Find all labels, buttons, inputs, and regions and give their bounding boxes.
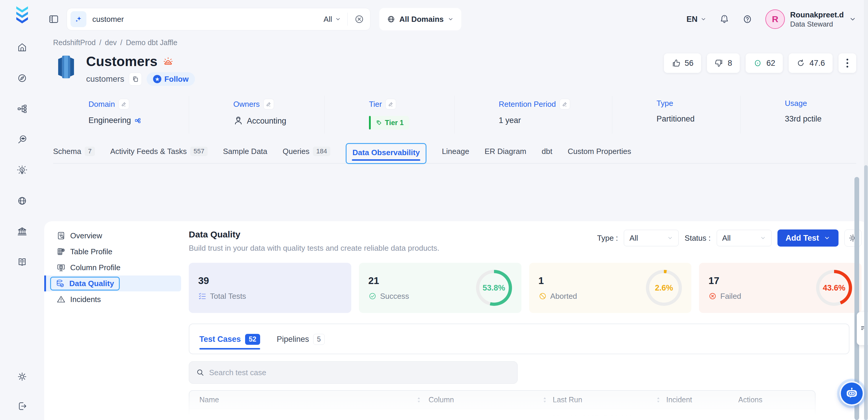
breadcrumb-schema[interactable]: dev bbox=[105, 38, 117, 47]
metadata-band: Domain Engineering Owners Accounting Tie… bbox=[44, 96, 868, 133]
tab-sample-data[interactable]: Sample Data bbox=[223, 143, 267, 163]
test-case-search-input[interactable] bbox=[209, 368, 510, 377]
refresh-icon bbox=[796, 59, 805, 67]
global-search[interactable]: All bbox=[67, 8, 370, 30]
data-quality-main: Data Quality Build trust in your data wi… bbox=[189, 221, 868, 420]
tab-pipelines[interactable]: Pipelines 5 bbox=[277, 334, 324, 354]
tab-activity-feeds[interactable]: Activity Feeds & Tasks557 bbox=[110, 143, 208, 163]
tab-queries[interactable]: Queries184 bbox=[283, 143, 330, 163]
edit-domain-icon[interactable] bbox=[119, 99, 129, 110]
page-scrollbar-thumb[interactable] bbox=[864, 165, 868, 420]
atlan-logo[interactable] bbox=[13, 6, 31, 24]
discover-compass-icon[interactable] bbox=[17, 73, 27, 83]
tab-lineage[interactable]: Lineage bbox=[442, 143, 469, 163]
subnav-column-profile[interactable]: Column Profile bbox=[44, 260, 181, 275]
ai-sparkle-icon[interactable] bbox=[70, 11, 86, 27]
meta-owners: Owners Accounting bbox=[189, 96, 324, 133]
failed-card: 17 Failed 43.6% bbox=[699, 263, 862, 313]
subnav-table-profile[interactable]: Table Profile bbox=[44, 244, 181, 260]
x-circle-icon bbox=[708, 292, 717, 300]
redshift-logo bbox=[53, 53, 80, 81]
notifications-bell-icon[interactable] bbox=[719, 14, 730, 24]
status-filter-select[interactable]: All bbox=[717, 230, 772, 246]
test-cases-count-badge: 52 bbox=[245, 334, 260, 345]
asset-subtitle: customers bbox=[86, 74, 124, 84]
content-area: RedshiftProd / dev / Demo dbt Jaffle Cus… bbox=[44, 38, 868, 164]
subnav-incidents[interactable]: Incidents bbox=[44, 291, 181, 307]
help-icon[interactable] bbox=[742, 14, 752, 24]
divider bbox=[347, 13, 348, 26]
announcement-alert-icon[interactable] bbox=[163, 56, 174, 67]
table-row: Table_freshness - - May 09, 2025, 5:38 A… bbox=[189, 409, 815, 420]
overview-doc-icon bbox=[57, 231, 65, 240]
domains-dropdown[interactable]: All Domains bbox=[379, 8, 461, 30]
pipelines-count-badge: 5 bbox=[313, 334, 325, 345]
copy-icon[interactable] bbox=[129, 72, 142, 86]
downvotes-button[interactable]: 8 bbox=[707, 53, 740, 73]
add-test-button[interactable]: Add Test bbox=[777, 230, 839, 247]
glossary-book-icon[interactable] bbox=[17, 257, 27, 267]
asset-tabs: Schema7 Activity Feeds & Tasks557 Sample… bbox=[53, 143, 856, 164]
views-button[interactable]: 62 bbox=[746, 53, 783, 73]
sign-out-icon[interactable] bbox=[17, 401, 27, 411]
upvotes-button[interactable]: 56 bbox=[664, 53, 701, 73]
breadcrumb-database[interactable]: Demo dbt Jaffle bbox=[126, 38, 178, 47]
products-workflow-icon[interactable] bbox=[17, 104, 27, 114]
sidebar-toggle-icon[interactable] bbox=[49, 14, 59, 25]
tab-er-diagram[interactable]: ER Diagram bbox=[485, 143, 526, 163]
tab-schema[interactable]: Schema7 bbox=[53, 143, 95, 163]
check-circle-icon bbox=[368, 292, 377, 300]
data-quality-db-icon bbox=[56, 279, 65, 288]
sort-name-icon[interactable] bbox=[417, 397, 421, 403]
group-icon bbox=[233, 116, 243, 126]
tab-custom-properties[interactable]: Custom Properties bbox=[568, 143, 631, 163]
thumbs-down-icon bbox=[715, 59, 723, 67]
test-case-search[interactable] bbox=[189, 361, 518, 384]
edit-retention-icon[interactable] bbox=[559, 99, 570, 110]
popularity-button[interactable]: 47.6 bbox=[789, 53, 833, 73]
language-dropdown[interactable]: EN bbox=[686, 15, 706, 24]
sort-column-icon[interactable] bbox=[543, 397, 547, 403]
observability-search-eye-icon[interactable] bbox=[17, 134, 27, 145]
insights-bulb-icon[interactable] bbox=[17, 165, 27, 175]
breadcrumb-connection[interactable]: RedshiftProd bbox=[53, 38, 96, 47]
table-header: Name Column Last Run Incident Actions bbox=[189, 391, 815, 409]
avatar[interactable]: R bbox=[765, 9, 785, 29]
web-globe-icon[interactable] bbox=[17, 196, 27, 206]
tier-badge[interactable]: Tier 1 bbox=[369, 116, 409, 129]
tab-dbt[interactable]: dbt bbox=[542, 143, 552, 163]
meta-type: Type Partitioned bbox=[612, 96, 740, 133]
settings-gear-icon[interactable] bbox=[17, 371, 27, 382]
search-input[interactable] bbox=[92, 15, 323, 24]
search-clear-icon[interactable] bbox=[354, 14, 364, 24]
type-filter-select[interactable]: All bbox=[624, 230, 679, 246]
chatbot-button[interactable] bbox=[839, 381, 864, 406]
user-profile[interactable]: R Rounakpreet.d Data Steward bbox=[765, 9, 856, 29]
success-donut: 53.8% bbox=[476, 270, 512, 306]
section-description: Build trust in your data with quality te… bbox=[189, 244, 439, 253]
total-tests-card: 39 Total Tests bbox=[189, 263, 351, 313]
section-title: Data Quality bbox=[189, 230, 439, 239]
tab-data-observability[interactable]: Data Observability bbox=[346, 143, 427, 164]
more-actions-kebab-icon[interactable] bbox=[838, 53, 856, 73]
topbar: All All Domains EN R Rounakpreet.d Data … bbox=[44, 0, 868, 38]
meta-retention: Retention Period 1 year bbox=[454, 96, 612, 133]
column-profile-icon bbox=[57, 263, 65, 272]
edit-tier-icon[interactable] bbox=[385, 99, 396, 110]
edit-owners-icon[interactable] bbox=[264, 99, 274, 110]
type-filter-label: Type : bbox=[597, 234, 618, 243]
target-icon bbox=[753, 59, 762, 67]
subnav-data-quality[interactable]: Data Quality bbox=[44, 275, 181, 291]
sort-last-run-icon[interactable] bbox=[656, 397, 660, 403]
search-scope-dropdown[interactable]: All bbox=[323, 15, 341, 24]
observability-subnav: Overview Table Profile Column Profile Da… bbox=[44, 221, 189, 420]
slash-circle-icon bbox=[538, 292, 547, 300]
observability-panel: Overview Table Profile Column Profile Da… bbox=[44, 221, 868, 420]
tab-test-cases[interactable]: Test Cases 52 bbox=[199, 334, 260, 354]
follow-button[interactable]: ★ Follow bbox=[147, 72, 195, 86]
incident-status-badge[interactable]: Assigned bbox=[666, 418, 706, 420]
home-icon[interactable] bbox=[17, 42, 27, 53]
subnav-overview[interactable]: Overview bbox=[44, 228, 181, 244]
aborted-donut: 2.6% bbox=[646, 270, 682, 306]
governance-bank-icon[interactable] bbox=[17, 227, 27, 237]
